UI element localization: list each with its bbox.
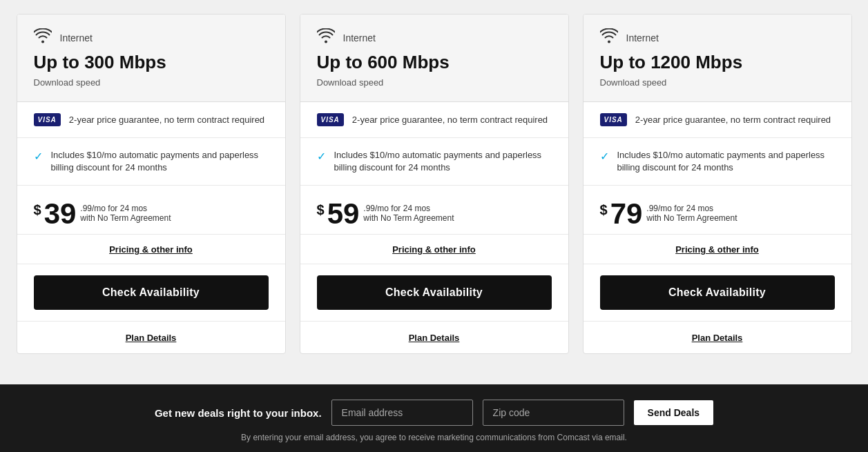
plan-card-plan-1200: Internet Up to 1200 Mbps Download speed … [583,14,852,354]
visa-guarantee-row: VISA 2-year price guarantee, no term con… [300,102,568,138]
footer: Get new deals right to your inbox. Send … [0,384,868,452]
guarantee-text: 2-year price guarantee, no term contract… [69,115,264,125]
visa-guarantee-row: VISA 2-year price guarantee, no term con… [17,102,285,138]
cta-row: Check Availability [17,264,285,322]
price-cents: .99/mo for 24 mos [646,204,737,213]
guarantee-text: 2-year price guarantee, no term contract… [352,115,548,125]
check-availability-button[interactable]: Check Availability [317,275,552,310]
visa-badge: VISA [600,113,627,126]
plan-speed: Up to 1200 Mbps [600,52,835,73]
footer-cta-text: Get new deals right to your inbox. [155,407,322,419]
send-deals-button[interactable]: Send Deals [634,400,713,425]
price-dollar: $ [317,202,325,218]
plan-type: Internet [626,32,659,43]
price-cents: .99/mo for 24 mos [363,204,454,213]
price-dollar: $ [34,202,41,218]
plan-type: Internet [60,32,93,43]
price-cents: .99/mo for 24 mos [80,204,171,213]
price-main: 79 [610,199,643,228]
cta-row: Check Availability [584,264,851,322]
visa-badge: VISA [34,113,61,126]
guarantee-text: 2-year price guarantee, no term contract… [635,115,831,125]
discount-row: ✓ Includes $10/mo automatic payments and… [300,138,568,186]
plan-speed-sub: Download speed [600,77,835,88]
plan-header: Internet Up to 600 Mbps Download speed [300,14,568,102]
plan-header: Internet Up to 300 Mbps Download speed [17,14,285,102]
plan-details-link[interactable]: Plan Details [409,333,460,343]
price-dollar: $ [600,202,608,218]
plans-container: Internet Up to 300 Mbps Download speed V… [0,0,868,384]
discount-text: Includes $10/mo automatic payments and p… [617,149,835,174]
plan-speed: Up to 300 Mbps [34,52,269,73]
discount-text: Includes $10/mo automatic payments and p… [334,149,552,174]
check-icon: ✓ [34,150,43,163]
check-availability-button[interactable]: Check Availability [34,275,269,310]
discount-text: Includes $10/mo automatic payments and p… [51,149,269,174]
plan-header: Internet Up to 1200 Mbps Download speed [584,14,851,102]
pricing-row: $ 39 .99/mo for 24 mos with No Term Agre… [17,186,285,235]
price-term: with No Term Agreement [363,213,454,223]
price-main: 39 [44,199,77,228]
footer-form: Get new deals right to your inbox. Send … [155,400,713,426]
plan-type: Internet [343,32,376,43]
pricing-info-row[interactable]: Pricing & other info [584,235,851,264]
pricing-info-link[interactable]: Pricing & other info [675,244,759,255]
plan-card-plan-300: Internet Up to 300 Mbps Download speed V… [17,14,286,354]
plan-details-link[interactable]: Plan Details [692,333,743,343]
plan-speed-sub: Download speed [34,77,269,88]
wifi-icon [34,28,52,48]
plan-body: VISA 2-year price guarantee, no term con… [584,102,851,353]
discount-row: ✓ Includes $10/mo automatic payments and… [17,138,285,186]
cta-row: Check Availability [300,264,568,322]
plan-details-row[interactable]: Plan Details [300,322,568,353]
check-icon: ✓ [317,150,326,163]
pricing-info-link[interactable]: Pricing & other info [109,244,193,255]
wifi-icon [317,28,335,48]
price-term: with No Term Agreement [80,213,171,223]
pricing-info-row[interactable]: Pricing & other info [300,235,568,264]
plan-details-row[interactable]: Plan Details [17,322,285,353]
discount-row: ✓ Includes $10/mo automatic payments and… [584,138,851,186]
wifi-icon [600,28,618,48]
email-input[interactable] [331,400,473,426]
plan-body: VISA 2-year price guarantee, no term con… [300,102,568,353]
check-availability-button[interactable]: Check Availability [600,275,835,310]
plan-details-row[interactable]: Plan Details [584,322,851,353]
plan-speed: Up to 600 Mbps [317,52,552,73]
pricing-row: $ 59 .99/mo for 24 mos with No Term Agre… [300,186,568,235]
plan-speed-sub: Download speed [317,77,552,88]
pricing-info-link[interactable]: Pricing & other info [392,244,476,255]
plan-details-link[interactable]: Plan Details [126,333,177,343]
footer-disclaimer: By entering your email address, you agre… [241,433,627,442]
visa-badge: VISA [317,113,344,126]
price-main: 59 [327,199,360,228]
visa-guarantee-row: VISA 2-year price guarantee, no term con… [584,102,851,138]
check-icon: ✓ [600,150,609,163]
pricing-info-row[interactable]: Pricing & other info [17,235,285,264]
plan-body: VISA 2-year price guarantee, no term con… [17,102,285,353]
plan-card-plan-600: Internet Up to 600 Mbps Download speed V… [300,14,569,354]
pricing-row: $ 79 .99/mo for 24 mos with No Term Agre… [584,186,851,235]
zip-input[interactable] [483,400,624,426]
price-term: with No Term Agreement [646,213,737,223]
